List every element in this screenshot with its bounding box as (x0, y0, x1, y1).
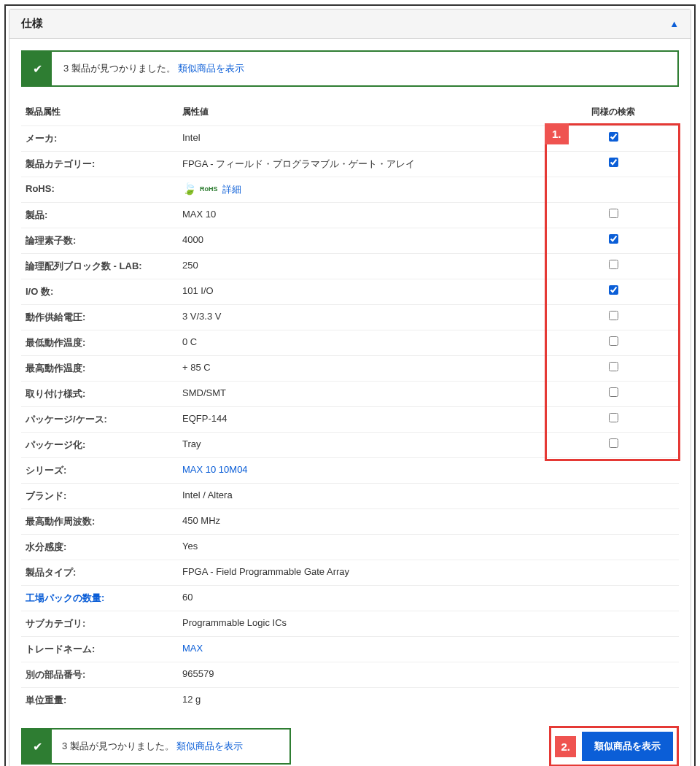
panel-title: 仕様 (21, 17, 43, 31)
table-row: 最低動作温度:0 C (21, 330, 679, 356)
val-cell: 3 V/3.3 V (178, 305, 548, 330)
search-similar-checkbox[interactable] (609, 260, 618, 269)
chk-cell (548, 484, 679, 509)
attr-cell: 論理配列ブロック数 - LAB: (21, 254, 178, 279)
chk-cell (548, 126, 679, 152)
val-cell: 🍃RoHS詳細 (178, 177, 548, 203)
attr-cell: 製品カテゴリー: (21, 152, 178, 177)
show-similar-button[interactable]: 類似商品を表示 (582, 732, 673, 761)
attr-cell: 最低動作温度: (21, 330, 178, 356)
annotation-box-2: 2. 類似商品を表示 (549, 726, 679, 766)
val-cell: 450 MHz (178, 509, 548, 535)
search-similar-checkbox[interactable] (609, 413, 618, 422)
chk-cell (548, 382, 679, 407)
footer-row: ✔ 3 製品が見つかりました。 類似商品を表示 2. 類似商品を表示 (21, 726, 679, 766)
table-row: 論理配列ブロック数 - LAB:250 (21, 254, 679, 279)
table-row: トレードネーム:MAX (21, 637, 679, 662)
table-row: 製品:MAX 10 (21, 203, 679, 228)
alert-bottom: ✔ 3 製品が見つかりました。 類似商品を表示 (21, 728, 291, 765)
attr-cell: メーカ: (21, 126, 178, 152)
table-row: I/O 数:101 I/O (21, 279, 679, 305)
attr-cell: 製品: (21, 203, 178, 228)
button-wrapper: 2. 類似商品を表示 (549, 726, 679, 766)
attr-cell: 取り付け様式: (21, 382, 178, 407)
table-row: 製品カテゴリー:FPGA - フィールド・プログラマブル・ゲート・アレイ (21, 152, 679, 177)
attr-cell: RoHS: (21, 177, 178, 203)
table-row: 最高動作温度:+ 85 C (21, 356, 679, 382)
chk-cell (548, 228, 679, 254)
table-row: サブカテゴリ:Programmable Logic ICs (21, 611, 679, 637)
val-cell: 250 (178, 254, 548, 279)
search-similar-checkbox[interactable] (609, 311, 618, 320)
val-cell: SMD/SMT (178, 382, 548, 407)
alert-bottom-message: 3 製品が見つかりました。 (62, 740, 176, 751)
search-similar-checkbox[interactable] (609, 234, 618, 244)
val-cell: Intel (178, 126, 548, 152)
chk-cell (548, 662, 679, 688)
alert-top-body: 3 製品が見つかりました。 類似商品を表示 (52, 52, 256, 85)
search-similar-checkbox[interactable] (609, 209, 618, 218)
attr-cell: パッケージ/ケース: (21, 407, 178, 433)
table-row: 工場パックの数量:60 (21, 586, 679, 611)
panel-body: ✔ 3 製品が見つかりました。 類似商品を表示 製品属性 属性値 同様の検索 (9, 39, 691, 766)
val-cell: MAX (178, 637, 548, 662)
attr-cell: シリーズ: (21, 458, 178, 484)
alert-top: ✔ 3 製品が見つかりました。 類似商品を表示 (21, 50, 679, 87)
search-similar-checkbox[interactable] (609, 438, 618, 448)
chk-cell (548, 356, 679, 382)
spec-panel: 仕様 ▲ ✔ 3 製品が見つかりました。 類似商品を表示 製品属性 属性値 同 (9, 9, 691, 766)
attr-link[interactable]: 工場パックの数量: (26, 592, 104, 603)
chk-cell (548, 305, 679, 330)
annotation-tag-2: 2. (555, 736, 576, 757)
val-cell: 101 I/O (178, 279, 548, 305)
chk-cell (548, 433, 679, 458)
attr-cell: 工場パックの数量: (21, 586, 178, 611)
chevron-up-icon[interactable]: ▲ (669, 18, 679, 29)
chk-cell (548, 177, 679, 203)
table-row: 水分感度:Yes (21, 535, 679, 560)
val-cell: Tray (178, 433, 548, 458)
attr-cell: 別の部品番号: (21, 662, 178, 688)
chk-cell (548, 254, 679, 279)
table-row: シリーズ:MAX 10 10M04 (21, 458, 679, 484)
val-cell: Intel / Altera (178, 484, 548, 509)
alert-top-message: 3 製品が見つかりました。 (63, 63, 178, 74)
col-attr-header: 製品属性 (21, 100, 178, 126)
val-link[interactable]: MAX 10 10M04 (182, 464, 248, 475)
table-row: メーカ:Intel (21, 126, 679, 152)
chk-cell (548, 611, 679, 637)
val-cell: EQFP-144 (178, 407, 548, 433)
spec-table: 製品属性 属性値 同様の検索 メーカ:Intel製品カテゴリー:FPGA - フ… (21, 100, 679, 713)
attr-cell: I/O 数: (21, 279, 178, 305)
rohs-detail-link[interactable]: 詳細 (222, 184, 241, 195)
search-similar-checkbox[interactable] (609, 158, 618, 167)
search-similar-checkbox[interactable] (609, 285, 618, 295)
search-similar-checkbox[interactable] (609, 387, 618, 397)
check-icon: ✔ (23, 52, 52, 85)
search-similar-checkbox[interactable] (609, 362, 618, 371)
alert-top-link[interactable]: 類似商品を表示 (178, 63, 244, 74)
val-cell: FPGA - フィールド・プログラマブル・ゲート・アレイ (178, 152, 548, 177)
panel-header[interactable]: 仕様 ▲ (9, 9, 691, 39)
chk-cell (548, 509, 679, 535)
chk-cell (548, 637, 679, 662)
attr-cell: 最高動作温度: (21, 356, 178, 382)
table-row: ブランド:Intel / Altera (21, 484, 679, 509)
search-similar-checkbox[interactable] (609, 336, 618, 346)
search-similar-checkbox[interactable] (609, 132, 618, 142)
attr-cell: 単位重量: (21, 688, 178, 713)
col-val-header: 属性値 (178, 100, 548, 126)
attr-cell: 水分感度: (21, 535, 178, 560)
val-link[interactable]: MAX (182, 643, 203, 654)
val-cell: 4000 (178, 228, 548, 254)
chk-cell (548, 279, 679, 305)
col-chk-header: 同様の検索 (548, 100, 679, 126)
table-row: 単位重量:12 g (21, 688, 679, 713)
val-cell: Yes (178, 535, 548, 560)
val-cell: 60 (178, 586, 548, 611)
attr-cell: ブランド: (21, 484, 178, 509)
chk-cell (548, 203, 679, 228)
alert-bottom-link[interactable]: 類似商品を表示 (176, 740, 243, 751)
attr-cell: パッケージ化: (21, 433, 178, 458)
chk-cell (548, 152, 679, 177)
